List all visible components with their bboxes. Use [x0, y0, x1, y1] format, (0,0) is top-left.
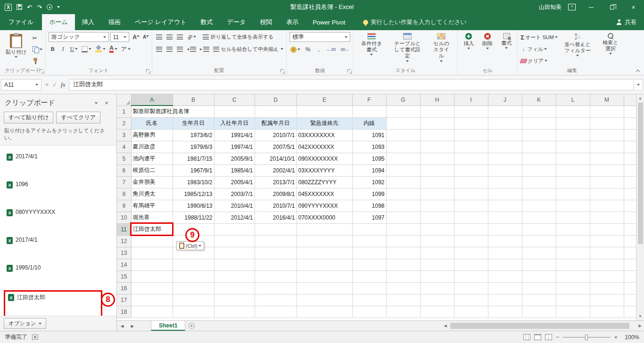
grid-cell[interactable] — [556, 212, 590, 223]
grid-cell[interactable] — [590, 235, 624, 247]
grid-cell[interactable] — [556, 259, 590, 270]
font-color-button[interactable]: A — [108, 44, 118, 54]
grid-cell[interactable] — [131, 247, 173, 259]
column-header-g[interactable]: G — [386, 94, 420, 106]
column-header-i[interactable]: I — [454, 94, 488, 106]
clipboard-dialog-launcher[interactable] — [40, 69, 44, 74]
column-header-l[interactable]: L — [556, 94, 590, 106]
ribbon-tab-Power Pivot[interactable]: Power Pivot — [305, 14, 352, 30]
column-header-f[interactable]: F — [352, 94, 386, 106]
grid-cell[interactable] — [420, 117, 454, 129]
scroll-up-icon[interactable]: ▲ — [636, 94, 644, 102]
paste-options-button[interactable]: (Ctrl) — [176, 241, 204, 250]
row-header-5[interactable]: 5 — [117, 153, 131, 164]
grid-cell[interactable] — [386, 212, 420, 223]
data-cell[interactable]: 1983/10/2 — [173, 176, 214, 188]
data-cell[interactable]: 高野勝男 — [131, 129, 173, 141]
data-cell[interactable]: 2010/7/1 — [255, 129, 297, 141]
conditional-formatting-button[interactable]: 条件付き書式 — [356, 32, 387, 67]
grid-cell[interactable] — [386, 294, 420, 306]
ribbon-tab-表示[interactable]: 表示 — [279, 14, 305, 30]
data-cell[interactable]: 2005/4/1 — [214, 176, 255, 188]
data-cell[interactable]: 1091 — [352, 129, 386, 141]
font-dialog-launcher[interactable] — [146, 69, 150, 74]
row-header-12[interactable]: 12 — [117, 235, 131, 247]
grid-cell[interactable] — [556, 117, 590, 129]
currency-format-button[interactable]: ¥ — [289, 45, 301, 54]
grid-cell[interactable] — [420, 106, 454, 117]
table-header-cell[interactable]: 氏名 — [131, 117, 173, 129]
grid-cell[interactable] — [420, 164, 454, 176]
grid-cell[interactable] — [173, 306, 214, 318]
data-cell[interactable]: 1991/4/1 — [214, 129, 255, 141]
grid-cell[interactable] — [352, 235, 386, 247]
column-header-k[interactable]: K — [522, 94, 556, 106]
paste-button[interactable]: 貼り付け — [3, 32, 30, 67]
grid-cell[interactable] — [624, 212, 636, 223]
table-header-cell[interactable]: 配属年月日 — [255, 117, 297, 129]
align-middle-button[interactable] — [165, 32, 174, 41]
grid-cell[interactable] — [522, 188, 556, 200]
grid-cell[interactable] — [352, 294, 386, 306]
increase-indent-button[interactable]: ▸ — [199, 44, 210, 54]
column-header-h[interactable]: H — [420, 94, 454, 106]
delete-cells-button[interactable]: 削除 — [479, 32, 495, 67]
decrease-font-button[interactable]: A — [140, 33, 149, 42]
grid-cell[interactable] — [454, 117, 488, 129]
grid-cell[interactable] — [590, 294, 624, 306]
data-cell[interactable]: 1095 — [352, 153, 386, 164]
grid-cell[interactable] — [420, 176, 454, 188]
zoom-out-icon[interactable]: − — [556, 334, 560, 341]
decrease-indent-button[interactable]: ◂ — [186, 44, 198, 54]
grid-cell[interactable] — [556, 164, 590, 176]
data-cell[interactable]: 2013/7/1 — [255, 176, 297, 188]
borders-button[interactable] — [81, 44, 92, 54]
grid-cell[interactable] — [386, 176, 420, 188]
pane-menu-icon[interactable] — [91, 102, 101, 104]
grid-cell[interactable] — [556, 270, 590, 282]
grid-cell[interactable] — [522, 153, 556, 164]
grid-cell[interactable] — [488, 294, 522, 306]
grid-cell[interactable] — [420, 259, 454, 270]
grid-cell[interactable] — [624, 223, 636, 235]
grid-cell[interactable] — [488, 212, 522, 223]
grid-cell[interactable] — [386, 153, 420, 164]
grid-cell[interactable] — [454, 212, 488, 223]
row-header-16[interactable]: 16 — [117, 282, 131, 294]
data-cell[interactable]: 090YYYYXXXX — [297, 200, 352, 212]
grid-cell[interactable] — [214, 259, 255, 270]
ribbon-tab-校閲[interactable]: 校閲 — [253, 14, 279, 30]
autosum-button[interactable]: Σオート SUM — [520, 32, 558, 42]
grid-cell[interactable] — [488, 223, 522, 235]
grid-cell[interactable] — [624, 200, 636, 212]
grid-cell[interactable] — [454, 294, 488, 306]
undo-icon[interactable]: ↶ — [27, 4, 32, 10]
format-painter-button[interactable] — [33, 56, 42, 66]
grid-cell[interactable] — [386, 164, 420, 176]
grid-cell[interactable] — [131, 270, 173, 282]
grid-cell[interactable] — [590, 153, 624, 164]
data-cell[interactable]: 1094 — [352, 164, 386, 176]
data-cell[interactable]: 2016/4/1 — [255, 212, 297, 223]
grid-cell[interactable] — [522, 270, 556, 282]
data-cell[interactable]: 2002/4/1 — [255, 164, 297, 176]
grid-cell[interactable] — [297, 235, 352, 247]
vertical-scrollbar[interactable]: ▲ ▼ — [636, 94, 644, 320]
grid-cell[interactable] — [488, 259, 522, 270]
format-as-table-button[interactable]: テーブルとして書式設定 — [389, 32, 425, 67]
grid-cell[interactable] — [386, 282, 420, 294]
grid-cell[interactable] — [590, 247, 624, 259]
grid-cell[interactable] — [488, 106, 522, 117]
redo-icon[interactable]: ↷ — [37, 4, 42, 10]
grid-cell[interactable] — [522, 306, 556, 318]
fill-color-button[interactable] — [94, 44, 107, 54]
grid-cell[interactable] — [255, 306, 297, 318]
grid-cell[interactable] — [454, 153, 488, 164]
data-cell[interactable]: 1990/6/13 — [173, 200, 214, 212]
grid-cell[interactable] — [556, 188, 590, 200]
clipboard-item[interactable]: X1096 — [4, 179, 107, 207]
grid-cell[interactable] — [624, 235, 636, 247]
grid-cell[interactable] — [386, 141, 420, 153]
row-header-13[interactable]: 13 — [117, 247, 131, 259]
grid-cell[interactable] — [352, 282, 386, 294]
